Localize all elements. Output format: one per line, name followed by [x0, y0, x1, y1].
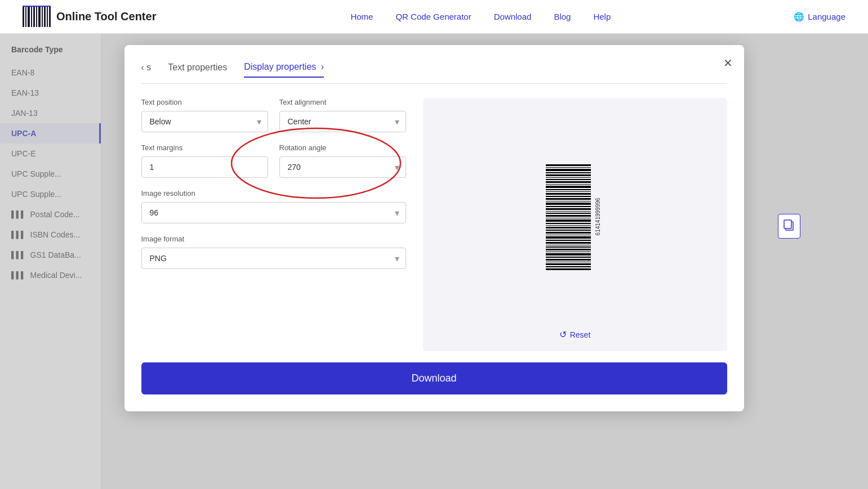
logo-barcode-icon: [23, 6, 51, 28]
svg-rect-46: [546, 189, 591, 190]
svg-rect-5: [36, 7, 37, 27]
image-resolution-select[interactable]: 72 96 150 300: [141, 202, 406, 223]
form-row-1: Text position Below Above None Text alig…: [141, 98, 406, 132]
svg-rect-10: [49, 7, 51, 27]
reset-button[interactable]: ↺ Reset: [559, 329, 591, 340]
svg-rect-11: [23, 6, 51, 7]
svg-rect-23: [546, 245, 591, 245]
svg-rect-13: [546, 268, 591, 270]
nav-home[interactable]: Home: [350, 12, 373, 21]
text-alignment-group: Text alignment Center Left Right: [279, 98, 406, 132]
logo[interactable]: Online Tool Center: [23, 6, 156, 28]
nav-help[interactable]: Help: [593, 12, 611, 21]
svg-rect-31: [546, 225, 591, 226]
nav-blog[interactable]: Blog: [554, 12, 571, 21]
svg-rect-29: [546, 230, 591, 231]
text-margins-label: Text margins: [141, 143, 268, 152]
modal-form: Text position Below Above None Text alig…: [141, 98, 406, 351]
svg-rect-49: [546, 181, 591, 183]
svg-rect-8: [44, 7, 46, 27]
svg-rect-25: [546, 240, 591, 241]
main-nav: Home QR Code Generator Download Blog Hel…: [190, 12, 771, 21]
globe-icon: 🌐: [794, 12, 804, 22]
image-format-select-wrapper: PNG JPEG SVG BMP: [141, 248, 406, 269]
tab-label: Text properties: [168, 62, 227, 72]
copy-icon: [783, 219, 795, 231]
chevron-left-icon: ‹: [141, 62, 144, 72]
reset-icon: ↺: [559, 329, 567, 340]
svg-rect-7: [42, 7, 43, 27]
svg-rect-55: [546, 167, 591, 168]
text-alignment-select-wrapper: Center Left Right: [279, 111, 406, 132]
text-margins-input[interactable]: [141, 156, 268, 178]
svg-rect-42: [546, 198, 591, 200]
svg-rect-35: [546, 215, 591, 217]
text-margins-group: Text margins: [141, 143, 268, 178]
language-selector[interactable]: 🌐 Language: [794, 12, 845, 22]
svg-rect-50: [546, 179, 591, 180]
text-position-group: Text position Below Above None: [141, 98, 268, 132]
text-alignment-select[interactable]: Center Left Right: [279, 111, 406, 132]
svg-rect-18: [546, 257, 591, 258]
svg-rect-28: [546, 232, 591, 234]
nav-download[interactable]: Download: [494, 12, 532, 21]
svg-rect-47: [546, 186, 591, 188]
svg-rect-16: [546, 262, 591, 262]
svg-text:614141999996: 614141999996: [595, 198, 601, 235]
image-format-group: Image format PNG JPEG SVG BMP: [141, 235, 406, 269]
download-button[interactable]: Download: [141, 362, 727, 394]
svg-rect-4: [33, 7, 35, 27]
image-resolution-select-wrapper: 72 96 150 300: [141, 202, 406, 223]
modal-overlay: ‹ ←ss Text properties Display properties…: [0, 34, 868, 489]
header: Online Tool Center Home QR Code Generato…: [0, 0, 868, 34]
svg-rect-17: [546, 259, 591, 261]
image-format-label: Image format: [141, 235, 406, 243]
chevron-right-icon: ›: [321, 62, 324, 71]
svg-rect-27: [546, 235, 591, 235]
logo-text: Online Tool Center: [56, 10, 156, 23]
image-resolution-label: Image resolution: [141, 189, 406, 198]
svg-rect-41: [546, 201, 591, 201]
copy-icon-button[interactable]: [778, 214, 800, 239]
svg-rect-32: [546, 223, 591, 224]
barcode-svg: 614141999996: [546, 160, 602, 273]
svg-rect-37: [546, 211, 591, 212]
modal-tabs: ‹ ←ss Text properties Display properties…: [141, 62, 727, 84]
reset-label: Reset: [570, 330, 591, 339]
rotation-angle-select[interactable]: 0 90 180 270: [279, 156, 406, 178]
svg-rect-45: [546, 191, 591, 192]
svg-rect-3: [31, 7, 32, 27]
image-format-select[interactable]: PNG JPEG SVG BMP: [141, 248, 406, 269]
svg-rect-0: [23, 7, 24, 27]
svg-rect-2: [28, 7, 30, 27]
rotation-angle-label: Rotation angle: [279, 143, 406, 152]
svg-rect-22: [546, 246, 591, 248]
svg-rect-53: [546, 172, 591, 173]
svg-rect-6: [38, 7, 41, 27]
svg-rect-43: [546, 196, 591, 197]
language-label: Language: [808, 12, 845, 21]
svg-rect-44: [546, 193, 591, 195]
tab-display-properties[interactable]: Display properties ›: [244, 62, 324, 78]
svg-rect-19: [546, 253, 591, 255]
tab-back[interactable]: ‹ ←ss: [141, 62, 152, 77]
nav-qr[interactable]: QR Code Generator: [395, 12, 471, 21]
svg-rect-48: [546, 184, 591, 185]
svg-rect-26: [546, 236, 591, 239]
text-position-select-wrapper: Below Above None: [141, 111, 268, 132]
tab-label: Display properties: [244, 62, 316, 71]
svg-rect-9: [47, 7, 48, 27]
svg-rect-34: [546, 218, 591, 218]
text-position-select[interactable]: Below Above None: [141, 111, 268, 132]
svg-rect-52: [546, 174, 591, 176]
svg-rect-40: [546, 203, 591, 205]
modal-content: Text position Below Above None Text alig…: [141, 98, 727, 351]
svg-rect-56: [546, 164, 591, 166]
svg-rect-54: [546, 169, 591, 171]
tab-text-properties[interactable]: Text properties: [168, 62, 227, 77]
text-alignment-label: Text alignment: [279, 98, 406, 106]
modal-close-button[interactable]: ✕: [723, 56, 733, 70]
svg-rect-1: [25, 7, 26, 27]
text-position-label: Text position: [141, 98, 268, 106]
svg-rect-20: [546, 252, 591, 252]
